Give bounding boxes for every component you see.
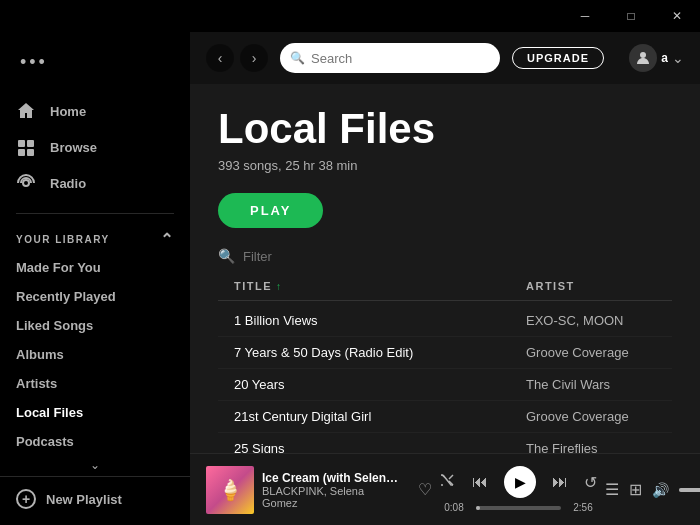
filter-input[interactable] <box>243 249 411 264</box>
library-item-artists[interactable]: Artists <box>0 369 190 398</box>
track-row[interactable]: 7 Years & 50 Days (Radio Edit) Groove Co… <box>218 337 672 369</box>
library-collapse-icon[interactable]: ⌃ <box>160 230 175 249</box>
user-name: a <box>661 51 668 65</box>
column-title[interactable]: TITLE ↑ <box>218 280 526 292</box>
user-chevron-icon[interactable]: ⌄ <box>672 50 684 66</box>
column-artist[interactable]: ARTIST <box>526 280 672 292</box>
close-button[interactable]: ✕ <box>654 0 700 32</box>
now-playing-title: Ice Cream (with Selena G <box>262 471 402 485</box>
sort-ascending-icon: ↑ <box>276 281 283 292</box>
track-row[interactable]: 20 Years The Civil Wars <box>218 369 672 401</box>
sidebar-top: ••• <box>0 32 190 85</box>
library-expand-icon[interactable]: ⌄ <box>0 454 190 476</box>
sidebar-item-radio[interactable]: Radio <box>0 165 190 201</box>
track-artist: Groove Coverage <box>526 409 672 424</box>
current-time: 0:08 <box>440 502 468 513</box>
track-name: 21st Century Digital Girl <box>218 409 526 424</box>
new-playlist-button[interactable]: + New Playlist <box>16 485 174 513</box>
progress-row: 0:08 2:56 <box>440 502 597 513</box>
search-bar[interactable]: 🔍 <box>280 43 500 73</box>
browse-label: Browse <box>50 140 97 155</box>
user-area: a ⌄ <box>629 44 684 72</box>
library-items-list: Made For You Recently Played Liked Songs… <box>0 253 190 454</box>
library-item-recently-played[interactable]: Recently Played <box>0 282 190 311</box>
play-button[interactable]: PLAY <box>218 193 323 228</box>
plus-circle-icon: + <box>16 489 36 509</box>
devices-icon[interactable]: ⊞ <box>629 480 642 499</box>
main-content: ‹ › 🔍 UPGRADE a ⌄ Local Files <box>190 32 700 525</box>
svg-rect-3 <box>27 149 34 156</box>
library-item-made-for-you[interactable]: Made For You <box>0 253 190 282</box>
track-thumbnail: 🍦 <box>206 466 254 514</box>
track-artist: The Fireflies <box>526 441 672 453</box>
sidebar-nav: Home Browse <box>0 85 190 209</box>
library-item-local-files[interactable]: Local Files <box>0 398 190 427</box>
like-button[interactable]: ♡ <box>418 480 432 499</box>
browse-icon <box>16 137 36 157</box>
page-content: Local Files 393 songs, 25 hr 38 min PLAY… <box>190 84 700 453</box>
sidebar-menu-dots[interactable]: ••• <box>12 48 178 77</box>
sidebar-item-browse[interactable]: Browse <box>0 129 190 165</box>
svg-rect-2 <box>18 149 25 156</box>
track-name: 25 Signs <box>218 441 526 453</box>
window-controls: ─ □ ✕ <box>562 0 700 32</box>
volume-bar[interactable] <box>679 488 700 492</box>
svg-rect-0 <box>18 140 25 147</box>
library-item-liked-songs[interactable]: Liked Songs <box>0 311 190 340</box>
play-pause-button[interactable]: ▶ <box>504 466 536 498</box>
radio-label: Radio <box>50 176 86 191</box>
total-time: 2:56 <box>569 502 597 513</box>
next-button[interactable]: ⏭ <box>552 473 568 491</box>
track-row[interactable]: 21st Century Digital Girl Groove Coverag… <box>218 401 672 433</box>
now-playing-artist: BLACKPINK, Selena Gomez <box>262 485 402 509</box>
new-playlist-label: New Playlist <box>46 492 122 507</box>
upgrade-button[interactable]: UPGRADE <box>512 47 604 69</box>
filter-row: 🔍 <box>218 248 672 264</box>
page-subtitle: 393 songs, 25 hr 38 min <box>218 158 672 173</box>
repeat-button[interactable]: ↺ <box>584 473 597 492</box>
page-title: Local Files <box>218 108 672 150</box>
your-library-heading: YOUR LIBRARY ⌃ <box>0 218 190 253</box>
queue-icon[interactable]: ☰ <box>605 480 619 499</box>
app-layout: ••• Home <box>0 32 700 525</box>
sidebar-item-home[interactable]: Home <box>0 93 190 129</box>
track-name: 1 Billion Views <box>218 313 526 328</box>
sidebar: ••• Home <box>0 32 190 525</box>
user-avatar-icon <box>629 44 657 72</box>
filter-search-icon: 🔍 <box>218 248 235 264</box>
tracks-header: TITLE ↑ ARTIST <box>218 276 672 301</box>
shuffle-button[interactable] <box>440 472 456 492</box>
back-button[interactable]: ‹ <box>206 44 234 72</box>
library-item-podcasts[interactable]: Podcasts <box>0 427 190 454</box>
control-buttons: ⏮ ▶ ⏭ ↺ <box>440 466 597 498</box>
svg-rect-1 <box>27 140 34 147</box>
volume-icon[interactable]: 🔊 <box>652 482 669 498</box>
svg-point-5 <box>640 52 646 58</box>
track-row[interactable]: 25 Signs The Fireflies <box>218 433 672 453</box>
library-scroll-section: Made For You Recently Played Liked Songs… <box>0 253 190 454</box>
sidebar-bottom: + New Playlist <box>0 476 190 525</box>
track-artist: The Civil Wars <box>526 377 672 392</box>
player-controls: ⏮ ▶ ⏭ ↺ 0:08 2:56 <box>440 466 597 513</box>
svg-point-4 <box>23 180 29 186</box>
topbar: ‹ › 🔍 UPGRADE a ⌄ <box>190 32 700 84</box>
track-name: 20 Years <box>218 377 526 392</box>
track-artist: Groove Coverage <box>526 345 672 360</box>
now-playing-bar: 🍦 Ice Cream (with Selena G BLACKPINK, Se… <box>190 453 700 525</box>
track-info: Ice Cream (with Selena G BLACKPINK, Sele… <box>262 471 402 509</box>
forward-button[interactable]: › <box>240 44 268 72</box>
search-input[interactable] <box>311 51 490 66</box>
titlebar: ─ □ ✕ <box>0 0 700 32</box>
volume-fill <box>679 488 700 492</box>
progress-bar[interactable] <box>476 506 561 510</box>
previous-button[interactable]: ⏮ <box>472 473 488 491</box>
home-label: Home <box>50 104 86 119</box>
nav-arrows: ‹ › <box>206 44 268 72</box>
right-controls: ☰ ⊞ 🔊 <box>605 480 700 499</box>
home-icon <box>16 101 36 121</box>
track-artist: EXO-SC, MOON <box>526 313 672 328</box>
library-item-albums[interactable]: Albums <box>0 340 190 369</box>
minimize-button[interactable]: ─ <box>562 0 608 32</box>
maximize-button[interactable]: □ <box>608 0 654 32</box>
track-row[interactable]: 1 Billion Views EXO-SC, MOON <box>218 305 672 337</box>
